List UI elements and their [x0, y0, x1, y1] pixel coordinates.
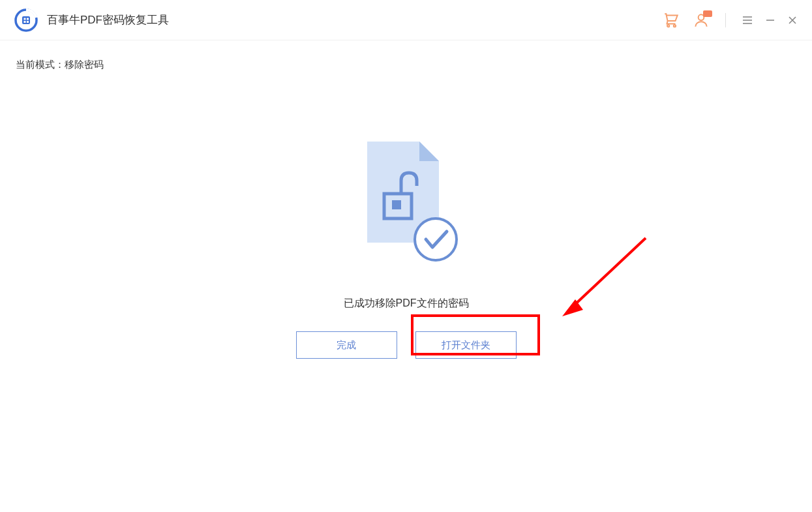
svg-rect-16 [392, 200, 401, 209]
app-header: 百事牛PDF密码恢复工具 [0, 0, 812, 40]
header-left: 百事牛PDF密码恢复工具 [14, 8, 169, 32]
menu-icon[interactable] [742, 14, 753, 26]
finish-button[interactable]: 完成 [296, 331, 397, 359]
svg-rect-3 [27, 18, 29, 20]
success-message: 已成功移除PDF文件的密码 [344, 297, 469, 310]
close-icon[interactable] [787, 15, 798, 25]
success-illustration [348, 135, 465, 265]
button-row: 完成 打开文件夹 [296, 331, 517, 359]
svg-rect-5 [27, 21, 29, 23]
svg-point-6 [667, 25, 669, 27]
status-bar: 当前模式：移除密码 [0, 40, 812, 89]
svg-rect-2 [24, 18, 26, 20]
app-title: 百事牛PDF密码恢复工具 [47, 12, 169, 27]
svg-point-17 [415, 218, 457, 260]
svg-rect-1 [22, 16, 30, 24]
open-folder-button[interactable]: 打开文件夹 [415, 331, 517, 359]
app-logo-icon [14, 8, 38, 32]
header-right [663, 12, 798, 29]
window-controls [742, 14, 798, 26]
mode-label: 当前模式： [16, 59, 65, 70]
mode-value: 移除密码 [65, 59, 104, 70]
account-icon[interactable] [693, 12, 710, 29]
svg-rect-4 [24, 21, 26, 23]
cart-icon[interactable] [663, 12, 680, 29]
main-content: 已成功移除PDF文件的密码 完成 打开文件夹 [0, 89, 812, 359]
header-divider [725, 13, 726, 27]
svg-point-7 [674, 25, 676, 27]
minimize-icon[interactable] [765, 15, 775, 25]
